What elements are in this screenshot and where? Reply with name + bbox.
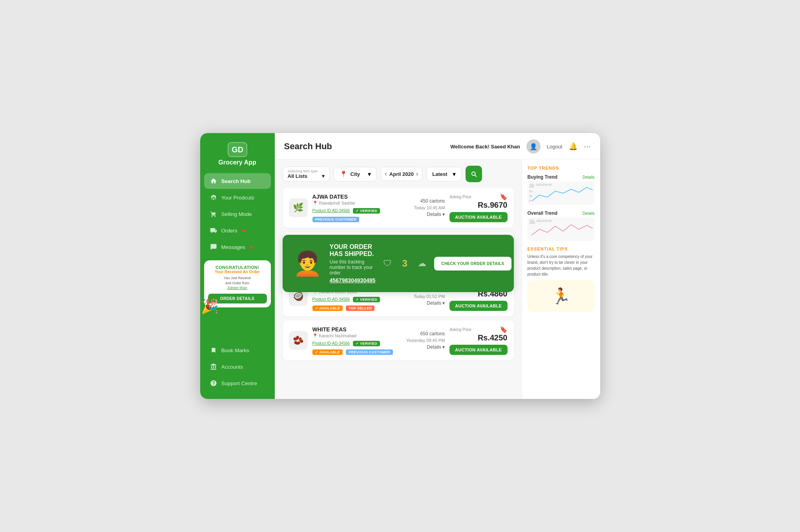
product-id[interactable]: Product ID-AD-34566 [312, 297, 350, 302]
sidebar-item-messages[interactable]: Messages [204, 239, 271, 255]
logo-icon: GD [227, 142, 248, 157]
available-badge: ✓ AVAILABLE [312, 305, 343, 311]
check-order-button[interactable]: CHECK YOUR ORDER DETAILS [434, 257, 511, 271]
bank-icon [210, 363, 217, 371]
pin-icon: 📍 [312, 333, 318, 338]
chevron-right-icon[interactable]: › [416, 170, 418, 177]
bookmark-button[interactable]: 🔖 [500, 193, 508, 201]
sidebar-item-selling-mode[interactable]: Selling Mode [204, 206, 271, 222]
app-logo: GD Grocery App [200, 133, 275, 170]
shipping-icons: 🛡 3 ☁ [382, 258, 428, 269]
tracking-number: 456798304930495 [330, 277, 376, 283]
tag-badge: PREVIOUS CUSTOMER [312, 217, 359, 222]
product-id[interactable]: Product ID-AD-34566 [312, 341, 350, 346]
tag-badge: PREVIOUS CUSTOMER [346, 349, 393, 355]
content-area: Selecting Item type All Lists ▾ 📍 City ▾… [275, 159, 600, 399]
app-name: Grocery App [218, 159, 256, 166]
nav-label-bookmarks: Book Marks [221, 347, 249, 353]
product-center: 650 cartons Yesterday 09:45 PM Details ▾ [405, 331, 445, 350]
product-name: AJWA DATES [312, 194, 401, 200]
orders-badge [242, 229, 245, 232]
chevron-left-icon[interactable]: ‹ [385, 170, 387, 177]
nav-label-accounts: Accounts [221, 364, 243, 370]
svg-text:0: 0 [529, 199, 531, 202]
product-time: Today 01:52 PM [414, 294, 445, 299]
buying-trend-section: Buying Trend Details RS. 245,679.00 100 … [528, 174, 595, 205]
overall-trend-section: Overall Trend Details RS. 198,679.00 100… [528, 210, 595, 241]
product-thumb: 🫘 [289, 331, 308, 350]
overall-trend-details[interactable]: Details [583, 211, 595, 216]
product-thumb: 🌿 [289, 198, 308, 217]
congrats-sender-link[interactable]: Zaheer khan [227, 286, 247, 290]
auction-button[interactable]: AUCTION AVAILABLE [449, 301, 507, 311]
runner-illustration: 🏃 [528, 280, 595, 312]
search-button[interactable] [466, 166, 482, 182]
shipping-title: YOUR ORDER HAS SHIPPED. [330, 243, 376, 258]
sort-value: Latest [432, 171, 449, 177]
header: Search Hub Wellcome Back! Saeed Khan 👤 L… [275, 133, 600, 159]
sort-filter[interactable]: Latest ▾ [426, 167, 462, 181]
congrats-card: CONGRATULATION! Your Received An Order Y… [204, 260, 271, 307]
nav-label-support: Support Centre [221, 380, 258, 386]
details-button[interactable]: Details ▾ [427, 300, 445, 306]
shield-icon: 🛡 [382, 258, 393, 269]
welcome-text: Wellcome Back! Saeed Khan [450, 144, 520, 150]
sidebar-item-bookmarks[interactable]: Book Marks [204, 342, 271, 358]
nav-label-orders: Orders [221, 228, 237, 234]
auction-button[interactable]: AUCTION AVAILABLE [449, 345, 507, 355]
nav-label-search-hub: Search Hub [221, 178, 251, 184]
top-trends-title: TOP TRENDS [528, 166, 595, 170]
product-meta: Product ID-AD-34566 ✓ VERIFIED ✓ AVAILAB… [312, 297, 401, 311]
svg-text:GD: GD [232, 145, 243, 154]
filter-bar: Selecting Item type All Lists ▾ 📍 City ▾… [283, 166, 514, 182]
nav-label-products: Your Prodcuts [221, 195, 254, 201]
city-value: City [351, 171, 365, 177]
product-list: 🌿 AJWA DATES 📍 Rawalpindi Saddar Product… [283, 188, 514, 360]
more-options-icon[interactable]: ⋯ [584, 142, 591, 151]
available-badge: ✓ AVAILABLE [312, 349, 343, 355]
cloud-icon: ☁ [416, 258, 428, 269]
chart-top-value: RS. 245,679.00 [530, 183, 552, 186]
product-location: 📍 Karachi Nazimabad [312, 333, 401, 338]
essential-tips-body: Unless it's a core competency of your br… [528, 254, 595, 277]
product-name: WHITE PEAS [312, 326, 401, 333]
buying-trend-details[interactable]: Details [583, 175, 595, 179]
right-panel: TOP TRENDS Buying Trend Details RS. 245,… [522, 159, 600, 399]
sidebar: GD Grocery App Search Hub Your Prodcuts [200, 133, 275, 399]
svg-text:25: 25 [529, 195, 532, 197]
notification-bell-icon[interactable]: 🔔 [569, 142, 577, 151]
date-filter[interactable]: ‹ April 2020 › [381, 167, 423, 181]
status-badge: ✓ VERIFIED [353, 341, 380, 346]
sidebar-item-support[interactable]: Support Centre [204, 375, 271, 391]
product-info: WHITE PEAS 📍 Karachi Nazimabad Product I… [312, 326, 401, 355]
overall-trend-chart: RS. 198,679.00 100k [528, 218, 595, 241]
overall-top-value: RS. 198,679.00 [530, 219, 552, 223]
messages-badge [250, 246, 253, 249]
table-row: 🌿 AJWA DATES 📍 Rawalpindi Saddar Product… [283, 188, 514, 228]
shipping-content: YOUR ORDER HAS SHIPPED. Use this trackin… [330, 243, 376, 283]
shipping-notification: 🧑‍🦱 YOUR ORDER HAS SHIPPED. Use this tra… [283, 235, 514, 292]
item-type-filter[interactable]: Selecting Item type All Lists ▾ [283, 166, 330, 182]
sidebar-item-your-products[interactable]: Your Prodcuts [204, 190, 271, 205]
product-location: 📍 Rawalpindi Saddar [312, 201, 401, 206]
avatar: 👤 [526, 139, 541, 154]
number-3-icon: 3 [399, 258, 411, 269]
product-id[interactable]: Product ID-AD-34566 [312, 208, 350, 213]
essential-tips-section: ESSENTIAL TIPS Unless it's a core compet… [528, 247, 595, 312]
price-value: Rs.9670 [478, 201, 508, 210]
auction-button[interactable]: AUCTION AVAILABLE [449, 212, 507, 222]
header-right: Wellcome Back! Saeed Khan 👤 Logout 🔔 ⋯ [450, 139, 590, 154]
truck-icon [210, 227, 217, 234]
bookmark-button[interactable]: 🔖 [500, 326, 508, 333]
details-button[interactable]: Details ▾ [427, 212, 445, 217]
item-type-value: All Lists [288, 173, 308, 179]
sidebar-item-accounts[interactable]: Accounts [204, 359, 271, 375]
logout-button[interactable]: Logout [547, 144, 563, 150]
shipping-desc: Use this tracking number to track your o… [330, 259, 376, 276]
details-button[interactable]: Details ▾ [427, 344, 445, 350]
city-filter[interactable]: 📍 City ▾ [334, 167, 377, 181]
location-pin-icon: 📍 [340, 170, 347, 178]
sidebar-item-orders[interactable]: Orders [204, 223, 271, 238]
sidebar-item-search-hub[interactable]: Search Hub [204, 173, 271, 189]
support-icon [210, 379, 217, 387]
